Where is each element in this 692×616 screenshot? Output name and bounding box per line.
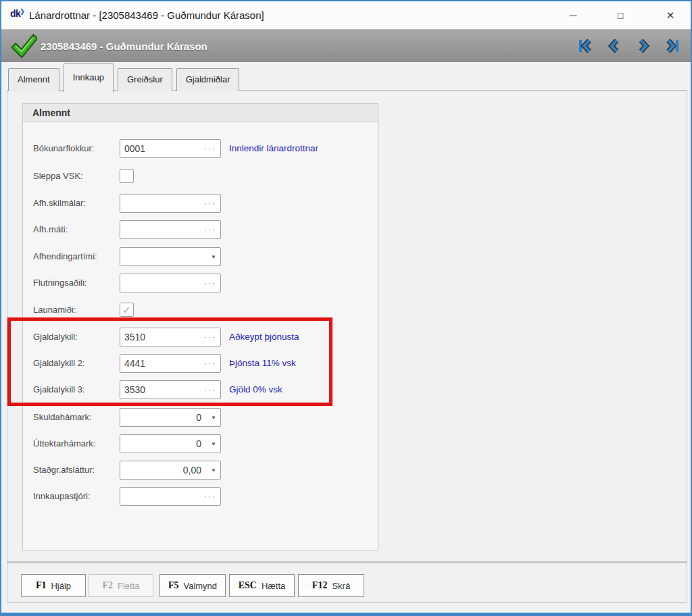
input-uttektarhamark[interactable]: 0▼: [120, 434, 221, 453]
input-afh-skilmalar[interactable]: ···: [120, 194, 221, 213]
lookup-ellipsis-icon[interactable]: ···: [204, 386, 216, 393]
field-note-bokunarflokkur: Innlendir lánardrottnar: [229, 139, 318, 158]
input-value-stadgr-afslattur: 0,00: [183, 465, 201, 476]
input-skuldahamark[interactable]: 0▼: [120, 408, 221, 427]
tab-greidslur[interactable]: Greiðslur: [118, 68, 172, 91]
close-button[interactable]: ✕: [662, 7, 678, 24]
field-label-flutningsadili: Flutningsaðili:: [33, 274, 87, 292]
input-gjaldalykill[interactable]: 3510···: [120, 328, 221, 346]
green-checkmark-icon: [11, 34, 37, 59]
field-note-gjaldalykill-3: Gjöld 0% vsk: [229, 380, 282, 399]
function-key-label: ESC: [239, 580, 257, 591]
form-row-afhendingartimi: Afhendingartími:▼: [23, 247, 378, 266]
form-row-stadgr-afslattur: Staðgr.afsláttur:0,00▼: [23, 461, 378, 480]
dropdown-arrow-icon[interactable]: ▼: [211, 254, 216, 260]
function-key-label: F5: [168, 580, 179, 591]
field-label-sleppa-vsk: Sleppa VSK:: [33, 167, 83, 186]
window-title: Lánardrottnar - [2305843469 - Guðmundur …: [29, 1, 264, 29]
lookup-ellipsis-icon[interactable]: ···: [204, 200, 216, 207]
form-row-innkaupastjori: Innkaupastjóri:···: [23, 487, 378, 506]
tab-strip: AlmenntInnkaupGreiðslurGjaldmiðlar: [7, 62, 239, 91]
function-key-bar: F1HjálpF2FlettaF5ValmyndESCHættaF12Skrá: [7, 562, 687, 602]
form-row-uttektarhamark: Úttektarhámark:0▼: [23, 434, 378, 453]
field-label-gjaldalykill-2: Gjaldalykill 2:: [33, 354, 85, 373]
field-note-gjaldalykill-2: Þjónsta 11% vsk: [229, 354, 296, 373]
function-key-label: F12: [312, 580, 328, 591]
input-value-gjaldalykill-2: 4441: [124, 358, 145, 369]
field-label-afh-mati: Afh.máti:: [33, 220, 68, 239]
field-label-bokunarflokkur: Bókunarflokkur:: [33, 139, 94, 158]
form-row-gjaldalykill-2: Gjaldalykill 2:4441···Þjónsta 11% vsk: [23, 354, 378, 373]
function-button-hjalp[interactable]: F1Hjálp: [21, 574, 86, 597]
lookup-ellipsis-icon[interactable]: ···: [204, 493, 216, 500]
input-value-gjaldalykill: 3510: [124, 332, 145, 342]
input-bokunarflokkur[interactable]: 0001···: [120, 139, 221, 158]
lookup-ellipsis-icon[interactable]: ···: [204, 145, 216, 152]
lookup-ellipsis-icon[interactable]: ···: [204, 360, 216, 367]
form-row-flutningsadili: Flutningsaðili:···: [23, 274, 378, 292]
form-row-sleppa-vsk: Sleppa VSK:: [23, 167, 378, 186]
minimize-button[interactable]: ─: [565, 7, 581, 24]
field-label-afhendingartimi: Afhendingartími:: [33, 247, 97, 266]
form-row-skuldahamark: Skuldahámark:0▼: [23, 408, 378, 427]
input-afhendingartimi[interactable]: ▼: [120, 247, 221, 266]
field-label-launamidi: Launamiði:: [33, 301, 76, 319]
tab-gjaldmidlar[interactable]: Gjaldmiðlar: [176, 68, 240, 91]
nav-next-button[interactable]: [636, 38, 651, 53]
function-button-fletta: F2Fletta: [89, 574, 153, 597]
input-gjaldalykill-2[interactable]: 4441···: [120, 354, 221, 373]
maximize-button[interactable]: □: [612, 7, 628, 24]
form-row-gjaldalykill: Gjaldalykill:3510···Aðkeypt þjónusta: [23, 328, 378, 346]
function-button-label: Skrá: [332, 581, 350, 591]
field-label-afh-skilmalar: Afh.skilmálar:: [33, 194, 86, 213]
record-title: 2305843469 - Guðmundur Kárason: [41, 30, 207, 63]
function-button-label: Valmynd: [183, 581, 217, 591]
tab-almennt[interactable]: Almennt: [8, 68, 59, 91]
title-bar: dk❯ Lánardrottnar - [2305843469 - Guðmun…: [1, 1, 691, 29]
form-row-launamidi: Launamiði:✓: [23, 301, 378, 319]
field-label-innkaupastjori: Innkaupastjóri:: [33, 487, 91, 506]
input-afh-mati[interactable]: ···: [120, 220, 221, 239]
lookup-ellipsis-icon[interactable]: ···: [204, 334, 216, 340]
field-note-gjaldalykill: Aðkeypt þjónusta: [229, 328, 299, 346]
form-row-bokunarflokkur: Bókunarflokkur:0001···Innlendir lánardro…: [23, 139, 378, 158]
dk-app-icon: dk❯: [10, 8, 26, 22]
form-row-afh-skilmalar: Afh.skilmálar:···: [23, 194, 378, 213]
nav-first-button[interactable]: [578, 38, 593, 53]
lookup-ellipsis-icon[interactable]: ···: [204, 226, 216, 233]
form-row-afh-mati: Afh.máti:···: [23, 220, 378, 239]
input-innkaupastjori[interactable]: ···: [120, 487, 221, 506]
lookup-ellipsis-icon[interactable]: ···: [204, 280, 216, 286]
input-flutningsadili[interactable]: ···: [120, 274, 221, 292]
checkbox-sleppa-vsk[interactable]: [120, 169, 134, 183]
record-navigation: [578, 38, 680, 53]
dropdown-arrow-icon[interactable]: ▼: [211, 467, 216, 473]
function-button-valmynd[interactable]: F5Valmynd: [159, 574, 226, 597]
app-window: dk❯ Lánardrottnar - [2305843469 - Guðmun…: [0, 0, 692, 616]
function-button-haetta[interactable]: ESCHætta: [229, 574, 295, 597]
nav-last-button[interactable]: [665, 38, 680, 53]
dropdown-arrow-icon[interactable]: ▼: [211, 441, 216, 447]
input-value-gjaldalykill-3: 3530: [124, 384, 145, 395]
field-label-uttektarhamark: Úttektarhámark:: [33, 434, 95, 453]
dk-logo-accent: ❯: [20, 8, 24, 15]
group-box-title: Almennt: [23, 104, 378, 122]
tab-page-innkaup: Almennt Bókunarflokkur:0001···Innlendir …: [7, 91, 687, 562]
field-label-gjaldalykill: Gjaldalykill:: [33, 328, 78, 346]
tab-innkaup[interactable]: Innkaup: [64, 63, 114, 93]
dropdown-arrow-icon[interactable]: ▼: [211, 415, 216, 421]
checkbox-launamidi: ✓: [120, 303, 134, 317]
function-key-label: F1: [36, 580, 47, 591]
input-gjaldalykill-3[interactable]: 3530···: [120, 380, 221, 399]
input-value-bokunarflokkur: 0001: [124, 143, 145, 154]
field-label-stadgr-afslattur: Staðgr.afsláttur:: [33, 461, 95, 480]
function-button-label: Hætta: [262, 581, 285, 591]
function-button-label: Hjálp: [51, 581, 71, 591]
input-stadgr-afslattur[interactable]: 0,00▼: [120, 461, 221, 480]
input-value-skuldahamark: 0: [196, 412, 201, 423]
group-box-almennt: Almennt Bókunarflokkur:0001···Innlendir …: [22, 103, 378, 550]
function-button-skra[interactable]: F12Skrá: [298, 574, 364, 597]
function-key-label: F2: [102, 580, 113, 591]
record-header-bar: 2305843469 - Guðmundur Kárason: [1, 29, 691, 62]
nav-previous-button[interactable]: [607, 38, 622, 53]
